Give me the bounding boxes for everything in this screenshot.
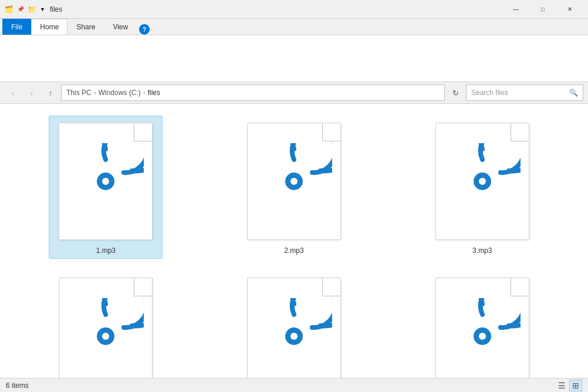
view-toggle: ☰ ⊞ (555, 380, 582, 391)
close-button[interactable]: ✕ (556, 0, 583, 19)
grid-view-button[interactable]: ⊞ (569, 380, 582, 391)
search-box[interactable]: Search files 🔍 (466, 85, 583, 101)
help-button[interactable]: ? (139, 24, 150, 35)
ribbon-content (0, 35, 588, 82)
forward-button[interactable]: › (23, 85, 40, 101)
refresh-button[interactable]: ↻ (447, 85, 464, 101)
svg-point-5 (479, 178, 486, 185)
file-icon-wrapper (53, 120, 158, 243)
file-icon-wrapper (241, 120, 347, 243)
up-button[interactable]: ↑ (42, 85, 59, 101)
file-item[interactable]: 2.mp3 (237, 116, 351, 259)
file-icon-wrapper (53, 275, 158, 378)
mp3-icon-svg (444, 143, 521, 219)
window-controls: — □ ✕ (502, 0, 583, 19)
mp3-icon-svg (256, 298, 332, 374)
file-label: 3.mp3 (472, 246, 492, 255)
tab-file[interactable]: File (2, 19, 31, 35)
mp3-icon-svg (256, 143, 332, 219)
file-label: 1.mp3 (96, 246, 116, 255)
quick-access-icon: 🗂️ (5, 5, 13, 13)
pin-icon: 📌 (17, 6, 24, 12)
file-item[interactable]: 1.mp3 (49, 116, 163, 259)
window-title: files (50, 5, 502, 13)
svg-point-9 (290, 333, 298, 340)
status-bar: 6 items ☰ ⊞ (0, 378, 588, 392)
search-icon: 🔍 (569, 89, 578, 97)
breadcrumb-drive[interactable]: Windows (C:) (99, 89, 141, 97)
item-count: 6 items (6, 381, 29, 390)
dropdown-icon: ▼ (40, 6, 45, 12)
ribbon-tabs: File Home Share View ? (0, 19, 588, 35)
file-label: 2.mp3 (284, 246, 303, 255)
tab-share[interactable]: Share (67, 19, 104, 35)
file-icon-wrapper (430, 275, 535, 378)
breadcrumb-current: files (148, 89, 160, 97)
address-bar: ‹ › ↑ This PC › Windows (C:) › files ↻ S… (0, 82, 588, 104)
file-item[interactable]: 5.mp3 (237, 271, 351, 378)
svg-point-11 (479, 333, 486, 340)
file-area: 1.mp32.mp33.mp34.mp35.mp36.mp3 (0, 104, 588, 378)
search-input[interactable]: Search files (471, 89, 567, 97)
file-item[interactable]: 4.mp3 (49, 271, 163, 378)
maximize-button[interactable]: □ (529, 0, 556, 19)
tab-view[interactable]: View (104, 19, 137, 35)
address-box[interactable]: This PC › Windows (C:) › files (61, 85, 445, 101)
minimize-button[interactable]: — (502, 0, 529, 19)
svg-point-7 (102, 333, 109, 340)
folder-icon: 📁 (28, 5, 36, 13)
ribbon: File Home Share View ? (0, 19, 588, 82)
breadcrumb-sep1: › (94, 89, 96, 97)
mp3-icon-svg (67, 143, 144, 219)
file-item[interactable]: 6.mp3 (425, 271, 539, 378)
main-area: 1.mp32.mp33.mp34.mp35.mp36.mp3 (0, 104, 588, 378)
list-view-button[interactable]: ☰ (555, 380, 568, 391)
svg-point-3 (290, 178, 298, 185)
breadcrumb-sep2: › (143, 89, 146, 97)
file-icon-wrapper (241, 275, 347, 378)
mp3-icon-svg (444, 298, 521, 374)
title-icons: 🗂️ 📌 📁 ▼ (5, 5, 45, 13)
file-icon-wrapper (430, 120, 535, 243)
back-button[interactable]: ‹ (5, 85, 21, 101)
file-item[interactable]: 3.mp3 (425, 116, 539, 259)
tab-home[interactable]: Home (31, 19, 67, 35)
title-bar: 🗂️ 📌 📁 ▼ files — □ ✕ (0, 0, 588, 19)
svg-point-1 (102, 178, 109, 185)
breadcrumb-thispc[interactable]: This PC (66, 89, 92, 97)
mp3-icon-svg (67, 298, 144, 374)
